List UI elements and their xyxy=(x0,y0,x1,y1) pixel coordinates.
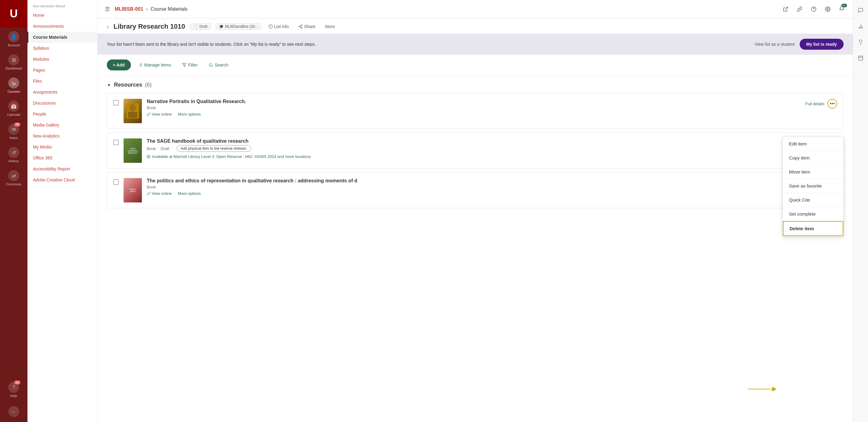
item-1-more-button[interactable]: ••• xyxy=(828,99,837,108)
nav-assignments[interactable]: Assignments xyxy=(27,87,97,98)
item-1-thumbnail xyxy=(124,99,142,123)
resources-title: Resources (6) xyxy=(114,82,152,88)
breadcrumb-separator: > xyxy=(146,7,148,11)
nav-people[interactable]: People xyxy=(27,108,97,120)
help-label: Help xyxy=(10,394,18,398)
sidebar-item-account[interactable]: 👤 Account xyxy=(0,27,27,51)
nav-office365[interactable]: Office 365 xyxy=(27,153,97,163)
nav-files[interactable]: Files xyxy=(27,76,97,87)
share-label: Share xyxy=(304,24,315,29)
top-bar-icons: 9+ xyxy=(781,4,847,14)
chart-icon[interactable] xyxy=(855,21,866,32)
nav-adobe[interactable]: Adobe Creative Cloud xyxy=(27,174,97,185)
sidebar-item-inbox[interactable]: ✉ 70 Inbox xyxy=(0,120,27,143)
item-3-more-options[interactable]: More options xyxy=(178,191,201,196)
sidebar-item-calendar[interactable]: 📅 Calendar xyxy=(0,97,27,120)
item-1-view-online[interactable]: View online xyxy=(147,112,172,117)
dropdown-edit-item[interactable]: Edit item xyxy=(783,137,843,151)
my-list-ready-button[interactable]: My list is ready xyxy=(800,39,844,50)
item-1-actions: View online · More options xyxy=(147,112,801,117)
item-1-full-details[interactable]: Full details xyxy=(805,101,825,106)
list-info-button[interactable]: List info xyxy=(266,23,291,30)
arrow-head xyxy=(772,387,776,391)
svg-line-10 xyxy=(300,27,301,27)
svg-point-7 xyxy=(301,25,302,26)
nav-modules[interactable]: Modules xyxy=(27,54,97,65)
item-2-title: The SAGE handbook of qualitative researc… xyxy=(147,138,837,144)
nav-home[interactable]: Home xyxy=(27,10,97,21)
calendar-right-icon[interactable] xyxy=(855,53,866,63)
calendar-label: Calendar xyxy=(7,113,21,117)
sidebar-item-commons[interactable]: ⇄ Commons xyxy=(0,166,27,190)
breadcrumb-course-link[interactable]: MLIBSB-001 xyxy=(115,6,143,12)
add-button[interactable]: + Add xyxy=(107,60,131,70)
hamburger-button[interactable]: ☰ xyxy=(104,5,111,14)
bulb-icon[interactable] xyxy=(855,37,866,47)
sidebar-item-courses[interactable]: 📚 Courses xyxy=(0,74,27,97)
sidebar-collapse-button[interactable]: ← xyxy=(0,402,27,422)
svg-line-20 xyxy=(212,66,213,67)
item-card: PoliticsEthics The politics and ethics o… xyxy=(107,172,844,208)
page-header: ‹ Library Research 1010 📄 Draft 🎓 MLIBSa… xyxy=(98,18,853,34)
content-area: ▼ Resources (6) Narrative Portraits in Q… xyxy=(98,76,853,422)
item-1-info: Narrative Portraits in Qualitative Resea… xyxy=(147,99,801,117)
nav-announcements[interactable]: Announcements xyxy=(27,21,97,32)
item-2-thumbnail: SAGEQualitativeResearch xyxy=(124,138,142,163)
item-1-more-options[interactable]: More options xyxy=(178,112,201,117)
svg-point-22 xyxy=(130,104,136,111)
help-question-icon[interactable] xyxy=(809,4,818,14)
sidebar-item-dashboard[interactable]: ⊞ Dashboard xyxy=(0,51,27,74)
graduation-icon: 🎓 xyxy=(219,24,224,29)
dropdown-set-complete[interactable]: Set complete xyxy=(783,207,843,221)
item-3-view-online[interactable]: View online xyxy=(147,191,172,196)
item-2-checkbox[interactable] xyxy=(113,140,119,145)
more-dots-label: More xyxy=(325,24,335,29)
filter-button[interactable]: Filter xyxy=(179,60,202,70)
item-3-actions: View online · More options xyxy=(147,191,837,196)
notification-icon[interactable]: 9+ xyxy=(837,4,847,14)
sidebar-item-history[interactable]: ↺ History xyxy=(0,143,27,166)
dropdown-copy-item[interactable]: Copy item xyxy=(783,151,843,165)
draft-label: Draft xyxy=(199,24,208,29)
dropdown-save-favorite[interactable]: Save as favorite xyxy=(783,179,843,193)
link-icon[interactable] xyxy=(795,4,805,14)
dashboard-label: Dashboard xyxy=(5,66,22,70)
resources-header: ▼ Resources (6) xyxy=(107,82,844,88)
nav-course-materials[interactable]: Course Materials xyxy=(27,32,97,43)
document-icon: 📄 xyxy=(193,24,198,29)
nav-accessibility[interactable]: Accessibility Report xyxy=(27,163,97,174)
back-button[interactable]: ‹ xyxy=(107,24,108,30)
nav-syllabus[interactable]: Syllabus xyxy=(27,43,97,54)
nav-pages[interactable]: Pages xyxy=(27,65,97,76)
sidebar-item-help[interactable]: ? 10 Help xyxy=(0,378,27,402)
search-button[interactable]: Search xyxy=(205,60,232,70)
dropdown-quick-cite[interactable]: Quick Cite xyxy=(783,193,843,207)
collapse-icon: ← xyxy=(8,406,19,417)
external-link-icon[interactable] xyxy=(781,4,790,14)
item-2-availability[interactable]: Available at Marriott Library Level 3: O… xyxy=(147,154,837,159)
svg-line-0 xyxy=(785,7,788,9)
nav-media-gallery[interactable]: Media Gallery xyxy=(27,120,97,130)
nav-my-media[interactable]: My Media xyxy=(27,141,97,153)
item-card: SAGEQualitativeResearch The SAGE handboo… xyxy=(107,133,844,169)
svg-point-8 xyxy=(299,26,300,27)
more-actions-button[interactable]: More xyxy=(323,23,337,30)
share-button[interactable]: Share xyxy=(296,23,318,30)
manage-items-label: Manage items xyxy=(144,63,171,67)
chat-icon[interactable] xyxy=(855,5,866,16)
dropdown-move-item[interactable]: Move item xyxy=(783,165,843,179)
history-label: History xyxy=(8,159,19,163)
toolbar: + Add Manage items Filter Search xyxy=(98,55,853,76)
app-logo: U xyxy=(0,0,27,27)
manage-items-button[interactable]: Manage items xyxy=(134,60,175,70)
view-student-button[interactable]: View list as a student xyxy=(754,42,795,47)
dropdown-delete-item[interactable]: Delete item xyxy=(783,221,843,236)
nav-discussions[interactable]: Discussions xyxy=(27,98,97,108)
instructor-label: MLIBSandBox (20... xyxy=(225,24,258,29)
reserve-badge[interactable]: Add physical item to the reserve shelves… xyxy=(177,145,251,152)
item-1-checkbox[interactable] xyxy=(113,100,119,105)
resources-collapse-button[interactable]: ▼ xyxy=(107,83,111,88)
nav-new-analytics[interactable]: New Analytics xyxy=(27,130,97,141)
item-3-checkbox[interactable] xyxy=(113,179,119,185)
settings-icon[interactable] xyxy=(823,4,833,14)
